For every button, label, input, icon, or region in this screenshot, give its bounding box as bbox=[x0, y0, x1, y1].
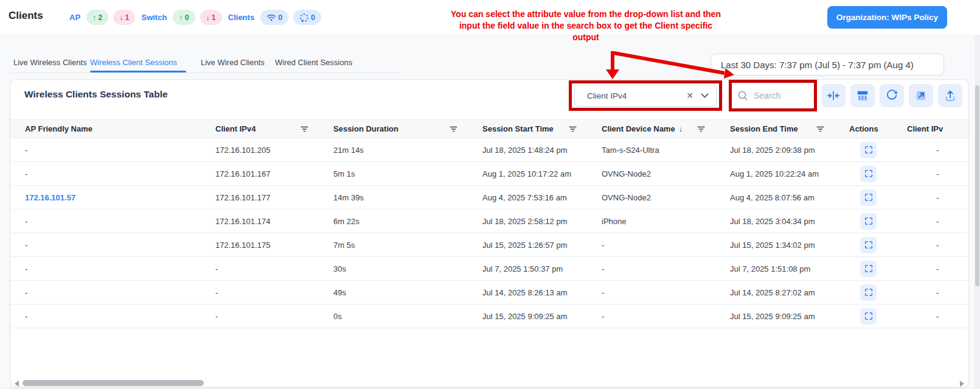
cell-session-start-time: Aug 4, 2025 7:53:16 am bbox=[482, 193, 602, 202]
cell-session-end-time: Aug 1, 2025 10:22:24 am bbox=[730, 169, 849, 178]
column-header-actions[interactable]: Actions bbox=[849, 124, 907, 133]
column-header-session-start-time[interactable]: Session Start Time bbox=[482, 124, 602, 133]
cell-client-ip: - bbox=[907, 288, 968, 297]
filter-icon[interactable] bbox=[697, 125, 706, 133]
column-label: Client Device Name bbox=[602, 124, 675, 133]
attribute-dropdown[interactable]: Client IPv4 ✕ bbox=[574, 85, 717, 107]
cell-client-ipv4: - bbox=[215, 264, 333, 273]
tab-live-wireless-clients[interactable]: Live Wireless Clients bbox=[13, 58, 87, 67]
clients-page: Clients AP ↑2 ↓1 Switch ↑0 ↓1 Clients 0 … bbox=[0, 0, 980, 391]
hscroll-left-arrow[interactable] bbox=[15, 381, 19, 387]
cell-client-ip: - bbox=[907, 241, 968, 250]
actions-cell bbox=[849, 142, 907, 158]
table-row: -172.16.101.1675m 1sAug 1, 2025 10:17:22… bbox=[10, 162, 968, 186]
expand-row-button[interactable] bbox=[860, 237, 877, 253]
actions-cell bbox=[849, 284, 907, 301]
column-label: Actions bbox=[849, 124, 878, 133]
cell-session-start-time: Jul 14, 2025 8:26:13 am bbox=[482, 288, 602, 297]
column-header-client-ipv[interactable]: Client IPv bbox=[907, 124, 968, 133]
column-header-ap-friendly-name[interactable]: AP Friendly Name bbox=[25, 124, 215, 133]
cell-client-ipv4: 172.16.101.174 bbox=[215, 217, 333, 226]
column-label: Client IPv4 bbox=[215, 124, 255, 133]
cell-session-start-time: Jul 18, 2025 2:58:12 pm bbox=[482, 217, 602, 226]
cell-session-start-time: Jul 7, 2025 1:50:37 pm bbox=[482, 264, 602, 273]
ap-ip-link[interactable]: 172.16.101.57 bbox=[25, 193, 215, 202]
cell-client-ip: - bbox=[907, 146, 968, 155]
cell-client-ipv4: - bbox=[215, 312, 333, 321]
columns-button[interactable] bbox=[850, 84, 875, 107]
column-label-group: Session Duration bbox=[333, 124, 398, 133]
expand-row-button[interactable] bbox=[860, 284, 877, 301]
actions-cell bbox=[849, 213, 907, 230]
attribute-dropdown-value: Client IPv4 bbox=[587, 91, 686, 100]
cell-session-duration: 30s bbox=[333, 264, 482, 273]
filter-icon[interactable] bbox=[568, 125, 577, 133]
cell-ap-friendly-name: - bbox=[25, 169, 215, 178]
table-row: 172.16.101.57172.16.101.17714m 39sAug 4,… bbox=[10, 186, 968, 210]
column-label: Client IPv bbox=[907, 124, 943, 133]
expand-row-button[interactable] bbox=[860, 213, 877, 230]
column-header-session-duration[interactable]: Session Duration bbox=[333, 124, 482, 133]
column-label-group: Client IPv4 bbox=[215, 124, 255, 133]
tab-live-wired-clients[interactable]: Live Wired Clients bbox=[201, 58, 265, 67]
cell-client-device-name: OVNG-Node2 bbox=[602, 193, 730, 202]
filter-icon[interactable] bbox=[300, 125, 309, 133]
actions-cell bbox=[849, 237, 907, 253]
tab-wireless-client-sessions[interactable]: Wireless Client Sessions bbox=[90, 58, 177, 67]
expand-icon bbox=[864, 240, 874, 250]
table-row: -172.16.101.1757m 5sJul 15, 2025 1:26:57… bbox=[10, 233, 968, 257]
clients-label: Clients bbox=[228, 13, 254, 22]
tab-wired-client-sessions[interactable]: Wired Client Sessions bbox=[275, 58, 352, 67]
cell-session-duration: 21m 14s bbox=[333, 146, 482, 155]
column-header-client-device-name[interactable]: Client Device Name↓ bbox=[602, 124, 730, 133]
expand-row-button[interactable] bbox=[860, 166, 877, 182]
export-button[interactable] bbox=[909, 84, 933, 107]
search-input[interactable] bbox=[752, 90, 810, 101]
hscroll-right-arrow[interactable] bbox=[960, 381, 964, 387]
table-row: -172.16.101.20521m 14sJul 18, 2025 1:48:… bbox=[10, 138, 968, 162]
column-label-group: Session End Time bbox=[730, 124, 798, 133]
wifi-clients-badge: 0 bbox=[260, 10, 288, 25]
expand-row-button[interactable] bbox=[860, 142, 877, 158]
expand-icon bbox=[864, 311, 874, 321]
actions-cell bbox=[849, 189, 907, 206]
vertical-scrollbar-thumb[interactable] bbox=[975, 85, 979, 286]
annotation-line-3: output bbox=[401, 32, 770, 43]
column-label: AP Friendly Name bbox=[25, 124, 92, 133]
chevron-down-icon[interactable] bbox=[701, 93, 709, 99]
cell-session-duration: 14m 39s bbox=[333, 193, 482, 202]
horizontal-scrollbar-thumb[interactable] bbox=[23, 380, 204, 386]
expand-icon bbox=[864, 192, 874, 202]
search-box bbox=[732, 83, 813, 108]
table-body: -172.16.101.20521m 14sJul 18, 2025 1:48:… bbox=[10, 138, 968, 328]
cell-session-start-time: Aug 1, 2025 10:17:22 am bbox=[482, 169, 602, 178]
ap-up-badge: ↑2 bbox=[86, 10, 108, 25]
table-header: AP Friendly NameClient IPv4Session Durat… bbox=[10, 119, 968, 138]
expand-row-button[interactable] bbox=[860, 261, 877, 277]
expand-row-button[interactable] bbox=[860, 308, 877, 325]
cell-client-ipv4: 172.16.101.167 bbox=[215, 169, 333, 178]
column-label-group: Actions bbox=[849, 124, 878, 133]
cell-session-end-time: Jul 18, 2025 2:09:38 pm bbox=[730, 146, 849, 155]
export-icon bbox=[915, 90, 927, 102]
cell-client-ipv4: 172.16.101.177 bbox=[215, 193, 333, 202]
refresh-button[interactable] bbox=[880, 84, 904, 107]
upload-button[interactable] bbox=[938, 84, 962, 107]
column-header-client-ipv4[interactable]: Client IPv4 bbox=[215, 124, 333, 133]
organization-policy-button[interactable]: Organization: WIPs Policy bbox=[827, 6, 947, 29]
cell-client-ipv4: 172.16.101.205 bbox=[215, 146, 333, 155]
clear-icon[interactable]: ✕ bbox=[686, 91, 693, 100]
annotation-line-2: input the field value in the search box … bbox=[401, 20, 770, 32]
filter-icon[interactable] bbox=[816, 125, 825, 133]
column-header-session-end-time[interactable]: Session End Time bbox=[730, 124, 849, 133]
fit-columns-button[interactable] bbox=[821, 84, 846, 107]
device-stats: AP ↑2 ↓1 Switch ↑0 ↓1 Clients 0 0 bbox=[68, 9, 321, 26]
cell-session-end-time: Jul 15, 2025 1:34:02 pm bbox=[730, 241, 849, 250]
sort-desc-icon[interactable]: ↓ bbox=[679, 124, 683, 133]
cell-client-ip: - bbox=[907, 264, 968, 273]
date-range-selector[interactable]: Last 30 Days: 7:37 pm (Jul 5) - 7:37 pm … bbox=[711, 54, 944, 76]
expand-row-button[interactable] bbox=[860, 189, 877, 206]
cell-session-end-time: Jul 18, 2025 3:04:34 pm bbox=[730, 217, 849, 226]
annotation-note: You can select the attribute value from … bbox=[401, 9, 770, 43]
filter-icon[interactable] bbox=[449, 125, 458, 133]
